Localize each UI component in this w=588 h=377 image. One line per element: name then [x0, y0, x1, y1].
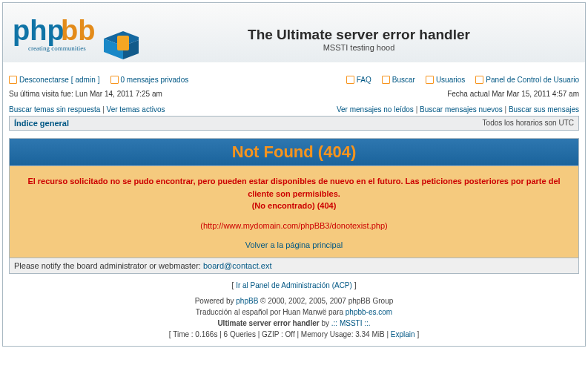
newposts-link[interactable]: Buscar mensajes nuevos: [420, 105, 503, 114]
unread-link[interactable]: Ver mensajes no leídos: [337, 105, 414, 114]
error-message-2: (No encontrado) (404): [22, 200, 566, 212]
current-time-text: Fecha actual Mar Mar 15, 2011 4:57 am: [447, 90, 579, 98]
last-visit-text: Su última visita fue: Lun Mar 14, 2011 7…: [9, 90, 162, 98]
yourposts-link[interactable]: Buscar sus mensajes: [509, 105, 579, 114]
active-topics-link[interactable]: Ver temas activos: [107, 105, 165, 114]
mssti-link[interactable]: .:: MSSTI ::.: [331, 319, 371, 327]
svg-rect-6: [117, 36, 129, 50]
users-link[interactable]: Usuarios: [426, 76, 465, 84]
index-link[interactable]: Índice general: [14, 119, 69, 128]
explain-link[interactable]: Explain: [391, 330, 415, 338]
forum-title: The Ultimate server error handler: [139, 27, 579, 43]
translation-link[interactable]: phpbb-es.com: [346, 308, 392, 316]
ucp-link[interactable]: Panel de Control de Usuario: [475, 76, 579, 84]
faq-link[interactable]: FAQ: [346, 76, 371, 84]
unanswered-link[interactable]: Buscar temas sin respuesta: [9, 105, 100, 114]
admin-user-link[interactable]: admin: [75, 76, 95, 84]
search-icon: [382, 76, 390, 84]
back-home-link[interactable]: Volver a la página principal: [245, 240, 343, 249]
notify-email-link[interactable]: board@contact.ext: [203, 261, 272, 270]
error-title: Not Found (404): [232, 142, 356, 161]
logout-icon: [9, 76, 17, 84]
pm-link[interactable]: 0 mensajes privados: [110, 76, 189, 84]
pm-icon: [110, 76, 119, 84]
timezone-text: Todos los horarios son UTC: [483, 119, 574, 128]
notify-bar: Please notify the board administrator or…: [9, 258, 579, 274]
phpbb-logo[interactable]: phpbb creating communities: [9, 10, 139, 62]
phpbb-link[interactable]: phpBB: [236, 297, 258, 305]
acp-link[interactable]: Ir al Panel de Administración (ACP): [236, 281, 352, 289]
error-title-bar: Not Found (404): [9, 138, 579, 166]
svg-text:creating communities: creating communities: [28, 45, 86, 52]
faq-icon: [346, 76, 354, 84]
forum-description: MSSTI testing hood: [139, 43, 579, 52]
logout-link[interactable]: Desconectarse [ admin ]: [9, 76, 100, 84]
svg-text:bb: bb: [61, 15, 95, 46]
search-link[interactable]: Buscar: [382, 76, 415, 84]
footer: Powered by phpBB © 2000, 2002, 2005, 200…: [9, 295, 579, 340]
svg-text:php: php: [13, 15, 65, 46]
error-message-1: El recurso solicitado no se pudo encontr…: [22, 175, 566, 200]
users-icon: [426, 76, 434, 84]
ucp-icon: [475, 76, 483, 84]
error-url: (http://www.mydomain.com/phpBB3/donotexi…: [22, 220, 566, 232]
